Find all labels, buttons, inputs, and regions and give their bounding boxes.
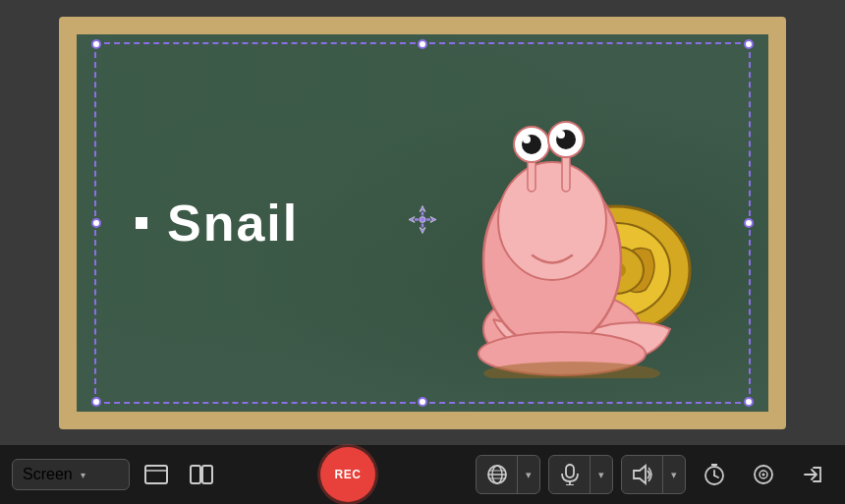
snail-svg (434, 64, 709, 378)
rec-label: REC (335, 468, 362, 481)
svg-marker-38 (634, 466, 646, 483)
svg-rect-28 (191, 466, 200, 483)
snail-character (434, 64, 709, 382)
speaker-button-group: ▾ (621, 455, 686, 494)
snail-text-area: Snail (136, 194, 299, 252)
snail-label: Snail (167, 194, 299, 252)
clock-icon (704, 464, 725, 485)
camera-icon (753, 464, 774, 485)
chevron-down-icon: ▾ (81, 470, 85, 480)
svg-marker-17 (420, 205, 425, 211)
svg-point-14 (557, 131, 565, 139)
camera-button[interactable] (743, 456, 784, 493)
layout-window-button[interactable] (138, 456, 175, 493)
exit-button[interactable] (792, 456, 833, 493)
mic-chevron[interactable]: ▾ (591, 456, 612, 493)
timer-button[interactable] (694, 456, 735, 493)
mic-button[interactable] (549, 456, 591, 493)
globe-icon (486, 464, 508, 485)
svg-point-45 (762, 474, 765, 476)
screen-label: Screen (23, 466, 73, 483)
network-button-group: ▾ (476, 455, 540, 494)
speaker-icon (632, 464, 653, 485)
chalkboard: Snail (59, 17, 786, 429)
svg-point-11 (523, 136, 531, 143)
canvas-area: Snail (0, 0, 845, 445)
chalkboard-inner: Snail (77, 34, 768, 412)
network-button[interactable] (477, 456, 518, 493)
mic-button-group: ▾ (548, 455, 613, 494)
exit-icon (802, 464, 823, 485)
window-layout-icon (144, 465, 168, 484)
svg-rect-26 (145, 466, 167, 483)
svg-marker-19 (409, 216, 415, 222)
layout-split-button[interactable] (183, 456, 220, 493)
svg-marker-18 (420, 227, 425, 233)
split-layout-icon (190, 465, 213, 484)
speaker-button[interactable] (622, 456, 663, 493)
mic-icon (560, 464, 580, 485)
speaker-chevron[interactable]: ▾ (663, 456, 685, 493)
svg-line-41 (714, 476, 718, 477)
screen-dropdown[interactable]: Screen ▾ (12, 459, 130, 490)
svg-point-21 (420, 216, 425, 222)
bullet-point (136, 217, 147, 229)
toolbar: Screen ▾ REC ▾ (0, 445, 845, 504)
svg-rect-29 (202, 466, 212, 483)
network-chevron[interactable]: ▾ (518, 456, 539, 493)
svg-rect-35 (566, 465, 574, 477)
rec-button[interactable]: REC (320, 447, 375, 502)
